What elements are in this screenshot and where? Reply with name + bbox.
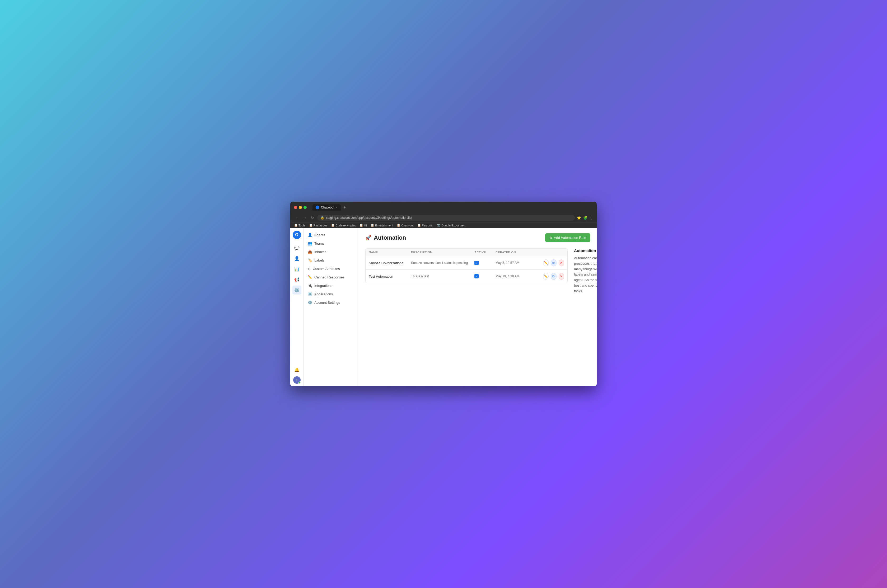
row1-delete-button[interactable]: ✕ xyxy=(559,260,564,266)
info-panel-description: Automation can replace and automate exis… xyxy=(574,255,597,294)
row2-active-checkbox[interactable]: ✓ xyxy=(474,274,479,278)
sidebar-label-integrations: Integrations xyxy=(314,284,332,288)
canned-responses-icon: ✏️ xyxy=(308,275,312,279)
row1-copy-button[interactable]: ⧉ xyxy=(551,260,556,266)
sidebar-label-teams: Teams xyxy=(314,242,325,246)
url-text: staging.chatwoot.com/app/accounts/3/sett… xyxy=(326,216,412,220)
bookmark-personal[interactable]: 📋 Personal xyxy=(417,224,433,227)
sidebar-item-custom-attributes[interactable]: ◇ Custom Attributes xyxy=(304,264,359,273)
bookmark-code-examples[interactable]: 📋 Code examples xyxy=(331,224,356,227)
page-title: Automation xyxy=(374,234,406,241)
row1-name: Snooze Covnersations xyxy=(369,261,411,265)
sidebar-label-labels: Labels xyxy=(314,258,325,262)
sidebar-label-applications: Applications xyxy=(314,292,333,296)
bookmark-resources[interactable]: 📋 Resources xyxy=(309,224,328,227)
bookmark-entertainment[interactable]: 📋 Entertainment xyxy=(371,224,393,227)
extensions-icon[interactable]: 🧩 xyxy=(583,216,588,220)
row2-created-on: May 19, 4:30 AM xyxy=(496,274,543,278)
sidebar-item-canned-responses[interactable]: ✏️ Canned Responses xyxy=(304,273,359,281)
main-content: 🚀 Automation ⊕ Add Automation Rule NAME … xyxy=(359,228,597,386)
row1-created-on: May 5, 12:57 AM xyxy=(496,261,543,265)
sidebar-label-account-settings: Account Settings xyxy=(314,301,340,304)
bookmarks-bar: 📋 Tools 📋 Resources 📋 Code examples 📋 UI… xyxy=(290,222,597,228)
rail-reports-icon[interactable]: 📊 xyxy=(292,264,301,273)
page-header: 🚀 Automation ⊕ Add Automation Rule xyxy=(365,233,590,242)
back-button[interactable]: ← xyxy=(294,215,300,220)
notifications-icon[interactable]: 🔔 xyxy=(292,365,301,374)
row1-actions: ✏️ ⧉ ✕ xyxy=(543,260,564,266)
row1-description: Snooze conversation if status is pending xyxy=(411,261,474,265)
sidebar-item-inboxes[interactable]: 📥 Inboxes xyxy=(304,248,359,256)
sidebar-item-account-settings[interactable]: ⚙️ Account Settings xyxy=(304,298,359,307)
rail-bottom: 🔔 F xyxy=(292,365,301,384)
sidebar-item-applications[interactable]: ⚙️ Applications xyxy=(304,290,359,298)
browser-window: Chatwoot × + ← → ↻ 🔒 staging.chatwoot.co… xyxy=(290,202,597,386)
inboxes-icon: 📥 xyxy=(308,250,312,254)
sidebar-item-labels[interactable]: 🏷️ Labels xyxy=(304,256,359,264)
row2-actions: ✏️ ⧉ ✕ xyxy=(543,273,564,280)
row2-copy-button[interactable]: ⧉ xyxy=(551,273,556,280)
row2-edit-button[interactable]: ✏️ xyxy=(543,273,549,280)
online-status-dot xyxy=(299,382,301,384)
bookmark-chatwoot[interactable]: 📋 Chatwoot xyxy=(397,224,413,227)
row1-active-cell: ✓ xyxy=(474,261,496,265)
teams-icon: 👥 xyxy=(308,241,312,246)
checkbox-check-icon: ✓ xyxy=(475,261,478,265)
left-rail: O 💬 👤 📊 📢 ⚙️ 🔔 F xyxy=(290,228,304,386)
rail-settings-icon[interactable]: ⚙️ xyxy=(292,285,301,294)
active-tab[interactable]: Chatwoot × xyxy=(313,204,341,211)
new-tab-button[interactable]: + xyxy=(342,205,347,210)
integrations-icon: 🔌 xyxy=(308,284,312,288)
table-row: Snooze Covnersations Snooze conversation… xyxy=(365,256,568,270)
close-button[interactable] xyxy=(294,206,297,209)
sidebar: 👤 Agents 👥 Teams 📥 Inboxes 🏷️ Labels ◇ C… xyxy=(304,228,359,386)
sidebar-label-canned-responses: Canned Responses xyxy=(314,275,344,279)
rail-campaigns-icon[interactable]: 📢 xyxy=(292,275,301,284)
add-automation-rule-button[interactable]: ⊕ Add Automation Rule xyxy=(545,233,590,242)
col-header-actions xyxy=(543,251,564,254)
row1-edit-button[interactable]: ✏️ xyxy=(543,260,549,266)
maximize-button[interactable] xyxy=(304,206,307,209)
col-header-description: DESCRIPTION xyxy=(411,251,474,254)
table-header: NAME DESCRIPTION ACTIVE CREATED ON xyxy=(365,248,568,256)
custom-attributes-icon: ◇ xyxy=(308,267,311,271)
account-settings-icon: ⚙️ xyxy=(308,300,312,304)
address-bar[interactable]: 🔒 staging.chatwoot.com/app/accounts/3/se… xyxy=(317,215,575,220)
automation-page-icon: 🚀 xyxy=(365,235,371,241)
agents-icon: 👤 xyxy=(308,233,312,237)
sidebar-item-integrations[interactable]: 🔌 Integrations xyxy=(304,281,359,290)
row1-active-checkbox[interactable]: ✓ xyxy=(474,261,479,265)
labels-icon: 🏷️ xyxy=(308,258,312,262)
row2-name: Test Automation xyxy=(369,274,411,278)
page-title-area: 🚀 Automation xyxy=(365,234,406,241)
refresh-button[interactable]: ↻ xyxy=(310,215,315,220)
automation-table: NAME DESCRIPTION ACTIVE CREATED ON Snooz… xyxy=(365,248,568,294)
sidebar-item-teams[interactable]: 👥 Teams xyxy=(304,239,359,248)
menu-icon[interactable]: ⋮ xyxy=(589,216,593,220)
forward-button[interactable]: → xyxy=(302,215,308,220)
bookmark-tools[interactable]: 📋 Tools xyxy=(294,224,305,227)
add-button-label: Add Automation Rule xyxy=(554,236,586,240)
nav-bar: ← → ↻ 🔒 staging.chatwoot.com/app/account… xyxy=(290,213,597,222)
info-panel: Automation Rules Automation can replace … xyxy=(574,248,597,294)
rail-contacts-icon[interactable]: 👤 xyxy=(292,254,301,263)
sidebar-label-inboxes: Inboxes xyxy=(314,250,326,254)
app-container: O 💬 👤 📊 📢 ⚙️ 🔔 F 👤 Agents 👥 xyxy=(290,228,597,386)
table-row: Test Automation This is a test ✓ May 19,… xyxy=(365,270,568,283)
checkbox-check-icon: ✓ xyxy=(475,275,478,278)
row2-delete-button[interactable]: ✕ xyxy=(559,273,564,280)
minimize-button[interactable] xyxy=(299,206,302,209)
bookmark-icon[interactable]: ⭐ xyxy=(577,216,581,220)
automation-layout: NAME DESCRIPTION ACTIVE CREATED ON Snooz… xyxy=(365,248,590,294)
bookmark-ui[interactable]: 📋 UI xyxy=(359,224,367,227)
user-avatar[interactable]: F xyxy=(293,376,301,384)
sidebar-label-agents: Agents xyxy=(314,233,325,237)
tab-title: Chatwoot xyxy=(321,206,334,209)
rail-chat-icon[interactable]: 💬 xyxy=(292,243,301,252)
tab-favicon xyxy=(316,206,319,209)
tab-close-icon[interactable]: × xyxy=(336,206,338,209)
bookmark-double-exposure[interactable]: 📷 Double Exposure... xyxy=(437,224,466,227)
logo-letter: O xyxy=(295,232,298,237)
sidebar-item-agents[interactable]: 👤 Agents xyxy=(304,231,359,239)
titlebar: Chatwoot × + xyxy=(290,202,597,213)
